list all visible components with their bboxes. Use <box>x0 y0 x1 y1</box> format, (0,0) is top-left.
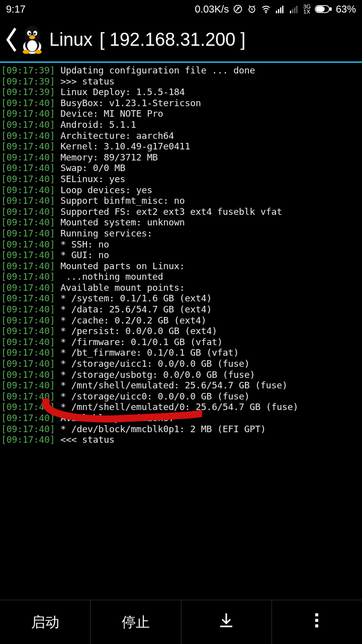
status-time: 9:17 <box>6 4 26 15</box>
log-text: * GUI: no <box>60 250 109 260</box>
back-button[interactable] <box>4 27 19 52</box>
log-text: * /firmware: 0.1/0.1 GB (vfat) <box>60 337 223 347</box>
log-timestamp: [09:17:40] <box>1 347 55 358</box>
log-text: Mounted system: unknown <box>60 217 185 227</box>
network-speed: 0.03K/s <box>195 4 229 15</box>
svg-rect-26 <box>315 619 318 622</box>
log-text: Available mount points: <box>60 282 185 293</box>
log-timestamp: [09:17:40] <box>1 304 55 314</box>
log-timestamp: [09:17:39] <box>1 65 55 75</box>
log-text: * /system: 0.1/1.6 GB (ext4) <box>60 293 212 303</box>
log-timestamp: [09:17:40] <box>1 380 55 390</box>
log-timestamp: [09:17:40] <box>1 413 55 423</box>
signal-2-icon <box>289 4 299 14</box>
mute-icon <box>233 4 243 14</box>
download-button[interactable] <box>182 600 272 644</box>
log-timestamp: [09:17:40] <box>1 434 55 445</box>
log-text: Loop devices: yes <box>60 185 152 195</box>
app-ip: [ 192.168.31.200 ] <box>100 29 245 50</box>
tux-icon <box>19 25 45 55</box>
log-timestamp: [09:17:40] <box>1 174 55 184</box>
log-timestamp: [09:17:40] <box>1 206 55 217</box>
log-timestamp: [09:17:40] <box>1 239 55 250</box>
app-title: Linux [ 192.168.31.200 ] <box>49 29 245 50</box>
signal-1-icon <box>275 4 285 14</box>
log-text: * /cache: 0.2/0.2 GB (ext4) <box>60 315 206 326</box>
alarm-icon <box>247 4 257 14</box>
terminal-output[interactable]: [09:17:39] Updating configuration file .… <box>0 63 362 447</box>
svg-point-23 <box>23 50 30 54</box>
log-text: * /dev/block/mmcblk0p1: 2 MB (EFI GPT) <box>60 424 266 434</box>
log-text: * /storage/usbotg: 0.0/0.0 GB (fuse) <box>60 369 255 380</box>
svg-rect-8 <box>292 9 294 13</box>
log-text: Supported FS: ext2 ext3 ext4 fuseblk vfa… <box>60 206 282 217</box>
log-timestamp: [09:17:40] <box>1 401 55 412</box>
download-icon <box>217 611 235 633</box>
stop-button[interactable]: 停止 <box>90 600 181 644</box>
menu-button[interactable] <box>272 600 362 644</box>
log-text: Available partitions: <box>60 413 174 423</box>
log-text: Architecture: aarch64 <box>60 130 174 141</box>
log-timestamp: [09:17:40] <box>1 293 55 303</box>
log-timestamp: [09:17:40] <box>1 315 55 326</box>
log-text: Device: MI NOTE Pro <box>60 108 163 119</box>
status-right: 0.03K/s 3G1X 63% <box>195 4 356 15</box>
log-timestamp: [09:17:39] <box>1 87 55 97</box>
svg-point-17 <box>27 40 37 51</box>
svg-rect-9 <box>294 8 296 14</box>
battery-icon <box>315 4 332 14</box>
log-text: Mounted parts on Linux: <box>60 261 185 271</box>
log-timestamp: [09:17:40] <box>1 358 55 369</box>
log-timestamp: [09:17:40] <box>1 326 55 336</box>
log-text: * /bt_firmware: 0.1/0.1 GB (vfat) <box>60 347 239 358</box>
stop-label: 停止 <box>122 613 150 632</box>
log-timestamp: [09:17:40] <box>1 250 55 260</box>
app-bar: Linux [ 192.168.31.200 ] <box>0 18 362 61</box>
log-timestamp: [09:17:40] <box>1 369 55 380</box>
log-timestamp: [09:17:40] <box>1 261 55 271</box>
svg-point-22 <box>29 35 35 39</box>
log-text: SELinux: yes <box>60 174 125 184</box>
svg-rect-4 <box>278 9 280 13</box>
svg-rect-10 <box>296 6 298 13</box>
svg-point-20 <box>29 33 31 35</box>
log-text: * /storage/uicc0: 0.0/0.0 GB (fuse) <box>60 391 249 401</box>
svg-rect-27 <box>315 624 318 627</box>
wifi-icon <box>261 4 271 14</box>
svg-point-2 <box>265 12 266 13</box>
log-timestamp: [09:17:40] <box>1 130 55 141</box>
log-text: * /data: 25.6/54.7 GB (ext4) <box>60 304 212 314</box>
battery-percent: 63% <box>336 4 356 15</box>
log-timestamp: [09:17:40] <box>1 424 55 434</box>
log-timestamp: [09:17:40] <box>1 163 55 173</box>
svg-rect-6 <box>282 6 284 13</box>
svg-point-24 <box>35 50 42 54</box>
network-type: 3G1X <box>303 4 311 14</box>
log-text: * /storage/uicc1: 0.0/0.0 GB (fuse) <box>60 358 249 369</box>
log-text: Support binfmt_misc: no <box>60 195 185 206</box>
log-timestamp: [09:17:40] <box>1 271 55 282</box>
menu-icon <box>308 611 326 633</box>
log-text: * /persist: 0.0/0.0 GB (ext4) <box>60 326 217 336</box>
log-timestamp: [09:17:40] <box>1 152 55 163</box>
log-text: Android: 5.1.1 <box>60 119 136 130</box>
start-label: 启动 <box>31 613 59 632</box>
log-timestamp: [09:17:40] <box>1 228 55 238</box>
log-text: >>> status <box>60 76 115 87</box>
log-timestamp: [09:17:40] <box>1 119 55 130</box>
log-text: * /mnt/shell/emulated/0: 25.6/54.7 GB (f… <box>60 401 298 412</box>
status-bar: 9:17 0.03K/s 3G1X 63% <box>0 0 362 18</box>
svg-point-21 <box>34 33 36 35</box>
app-name: Linux <box>49 29 93 50</box>
start-button[interactable]: 启动 <box>0 600 90 644</box>
log-text: Linux Deploy: 1.5.5-184 <box>60 87 185 97</box>
log-timestamp: [09:17:40] <box>1 195 55 206</box>
log-timestamp: [09:17:40] <box>1 217 55 227</box>
log-text: Swap: 0/0 MB <box>60 163 125 173</box>
log-timestamp: [09:17:40] <box>1 108 55 119</box>
log-timestamp: [09:17:40] <box>1 98 55 108</box>
svg-rect-25 <box>315 613 318 616</box>
svg-rect-13 <box>316 7 324 12</box>
log-text: BusyBox: v1.23.1-Stericson <box>60 98 201 108</box>
log-text: * /mnt/shell/emulated: 25.6/54.7 GB (fus… <box>60 380 288 390</box>
